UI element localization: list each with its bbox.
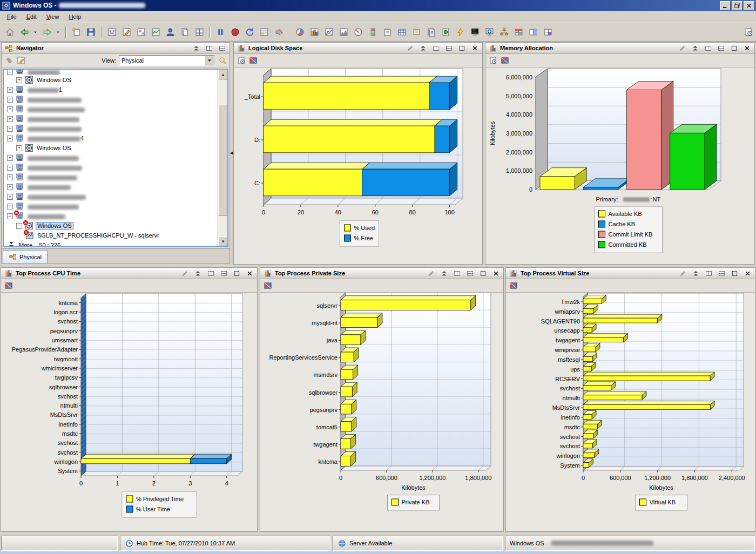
expand-icon[interactable]: + [16, 77, 22, 83]
forward-caret[interactable] [55, 25, 63, 39]
mute-sounds-button[interactable] [272, 25, 286, 39]
event-console-button[interactable] [257, 25, 272, 39]
time-span-button[interactable] [237, 56, 246, 65]
tree-item-more-50-226[interactable]: More... 50 : 226 [4, 240, 218, 246]
message-log-view-button[interactable] [409, 25, 424, 39]
menu-file[interactable]: File [2, 12, 22, 22]
tab-physical[interactable]: Physical [3, 250, 48, 263]
search-button[interactable] [218, 56, 227, 65]
menu-view[interactable]: View [42, 12, 64, 22]
split-horizontal-button[interactable] [444, 44, 454, 52]
grid-view-purple-button[interactable] [541, 25, 555, 39]
topology-view-button[interactable] [497, 25, 511, 39]
chevron-down-icon[interactable] [205, 56, 214, 65]
expand-icon[interactable]: + [7, 87, 13, 93]
maximize-button[interactable] [232, 269, 241, 278]
expand-icon[interactable]: + [7, 165, 13, 171]
tree-item-windows-os[interactable]: −✕Windows OS [4, 221, 218, 231]
close-button[interactable] [245, 269, 254, 278]
tree-item[interactable]: + [4, 94, 218, 104]
tree-item[interactable]: + [4, 163, 218, 172]
split-horizontal-button[interactable] [717, 44, 726, 52]
tree-item[interactable]: + [4, 172, 218, 182]
collapse-node-icon[interactable]: − [7, 70, 13, 75]
edit-navigator-button[interactable] [16, 56, 25, 65]
collapse-button[interactable] [691, 44, 700, 52]
expand-icon[interactable]: + [16, 145, 22, 151]
tree-item-windows-os[interactable]: +Windows OS [4, 75, 218, 85]
tree-item[interactable]: +1 [4, 85, 218, 94]
edit-pencil-button[interactable] [180, 269, 190, 278]
close-button[interactable] [742, 44, 752, 52]
collapse-button[interactable] [193, 269, 202, 278]
time-span-button[interactable] [741, 25, 756, 39]
menu-edit[interactable]: Edit [22, 12, 42, 22]
collapse-node-icon[interactable]: − [7, 136, 13, 141]
chart-style-button[interactable] [263, 281, 272, 290]
collapse-button[interactable] [691, 269, 700, 278]
tree-item[interactable]: + [4, 153, 218, 163]
tec-view-button[interactable] [438, 25, 453, 39]
expand-icon[interactable]: + [7, 116, 13, 122]
terminal-view-button[interactable] [468, 25, 482, 39]
expand-icon[interactable]: + [7, 126, 13, 132]
time-span-button[interactable] [488, 56, 497, 65]
administer-users-button[interactable] [163, 25, 178, 39]
split-vertical-button[interactable] [704, 44, 713, 52]
collapse-node-icon[interactable]: − [16, 223, 22, 229]
maximize-button[interactable] [730, 44, 739, 52]
grid-view-split-button[interactable] [526, 25, 541, 39]
split-horizontal-button[interactable] [218, 44, 227, 52]
grid-view-red-button[interactable] [511, 25, 526, 39]
workspace-gallery-button[interactable] [192, 25, 207, 39]
scroll-down-button[interactable]: ▼ [218, 237, 228, 246]
browser-view-button[interactable] [482, 25, 497, 39]
event-grid-view-button[interactable] [424, 25, 438, 39]
close-button[interactable] [491, 269, 501, 278]
split-horizontal-button[interactable] [465, 269, 475, 278]
back-button[interactable] [17, 25, 32, 39]
close-button[interactable] [743, 269, 752, 278]
tree-item[interactable]: −✕ [4, 211, 218, 221]
new-workspace-button[interactable] [69, 25, 84, 39]
tree-item[interactable]: − [4, 70, 218, 75]
linear-gauge-view-button[interactable] [366, 25, 380, 39]
split-vertical-button[interactable] [205, 44, 214, 52]
close-button[interactable] [470, 44, 480, 52]
tree-item[interactable]: + [4, 114, 218, 124]
chart-style-button[interactable] [248, 56, 258, 65]
maximize-button[interactable] [478, 269, 488, 278]
notepad-view-button[interactable] [380, 25, 395, 39]
collapse-button[interactable] [192, 44, 201, 52]
copy-workspace-button[interactable] [178, 25, 192, 39]
properties-button[interactable] [105, 25, 119, 39]
scroll-up-button[interactable]: ▲ [218, 70, 228, 79]
stop-refresh-button[interactable] [228, 25, 242, 39]
tree-item-windows-os[interactable]: +Windows OS [4, 143, 218, 153]
split-vertical-button[interactable] [431, 44, 441, 52]
collapse-node-icon[interactable]: − [7, 213, 13, 219]
expand-icon[interactable]: + [7, 194, 13, 200]
table-view-button[interactable] [395, 25, 409, 39]
edit-pencil-button[interactable] [678, 269, 687, 278]
split-horizontal-button[interactable] [717, 269, 726, 278]
home-button[interactable] [3, 25, 17, 39]
edit-pencil-button[interactable] [406, 44, 415, 52]
apply-pending-updates-button[interactable] [4, 56, 14, 65]
pause-refresh-button[interactable] [213, 25, 228, 39]
expand-icon[interactable]: + [7, 174, 13, 180]
restore-button[interactable] [732, 1, 742, 10]
save-button[interactable] [84, 25, 98, 39]
expand-icon[interactable]: + [7, 106, 13, 112]
split-vertical-button[interactable] [453, 269, 462, 278]
tree-item[interactable]: + [4, 104, 218, 114]
maximize-button[interactable] [730, 269, 739, 278]
take-action-view-button[interactable] [453, 25, 468, 39]
expand-icon[interactable]: + [7, 155, 13, 161]
back-caret[interactable] [32, 25, 40, 39]
menu-help[interactable]: Help [64, 12, 86, 22]
expand-icon[interactable]: + [7, 97, 13, 103]
split-vertical-button[interactable] [704, 269, 713, 278]
pie-chart-view-button[interactable] [293, 25, 307, 39]
collapse-button[interactable] [440, 269, 449, 278]
